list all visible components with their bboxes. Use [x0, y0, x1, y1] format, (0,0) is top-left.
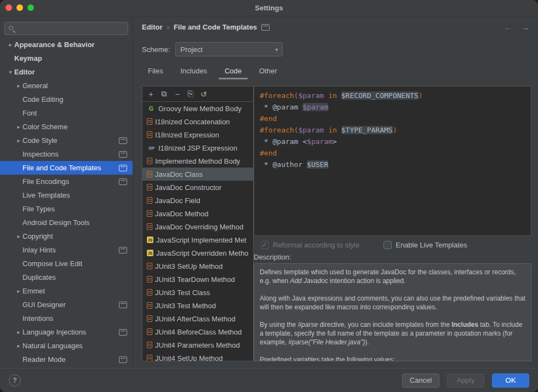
chevron-right-icon[interactable]: ▸ — [15, 137, 22, 143]
titlebar: Settings — [0, 0, 538, 16]
template-item-javadoc-class[interactable]: JavaDoc Class — [142, 168, 253, 181]
tree-item-color-scheme[interactable]: ▸Color Scheme — [0, 120, 133, 134]
apply-button[interactable]: Apply — [447, 373, 484, 388]
tree-item-live-templates[interactable]: Live Templates — [0, 188, 133, 202]
scheme-select[interactable]: Project ▾ — [175, 42, 283, 56]
tree-item-general[interactable]: ▸General — [0, 79, 133, 93]
chevron-right-icon[interactable]: ▸ — [15, 288, 22, 294]
tree-item-gui-designer[interactable]: GUI Designer — [0, 298, 133, 312]
template-item-i18nized-expression[interactable]: I18nized Expression — [142, 128, 253, 141]
template-item-i18nized-jsp-expression[interactable]: JSPI18nized JSP Expression — [142, 141, 253, 154]
template-item-junit4-beforeclass-method[interactable]: JUnit4 BeforeClass Method — [142, 325, 253, 338]
template-item-junit4-setup-method[interactable]: JUnit4 SetUp Method — [142, 351, 253, 361]
tree-item-intentions[interactable]: Intentions — [0, 312, 133, 325]
template-item-junit3-test-method[interactable]: JUnit3 Test Method — [142, 299, 253, 312]
tree-item-label: GUI Designer — [22, 301, 66, 309]
tree-item-editor[interactable]: ▾Editor — [0, 65, 133, 79]
template-item-junit4-parameters-method[interactable]: JUnit4 Parameters Method — [142, 338, 253, 351]
tree-item-reader-mode[interactable]: Reader Mode — [0, 353, 133, 366]
tree-item-appearance-behavior[interactable]: ▸Appearance & Behavior — [0, 38, 133, 51]
tree-item-file-encodings[interactable]: File Encodings — [0, 175, 133, 188]
groovy-file-icon: G — [147, 104, 156, 113]
template-item-junit3-test-class[interactable]: JUnit3 Test Class — [142, 286, 253, 299]
tree-item-inlay-hints[interactable]: Inlay Hints — [0, 243, 133, 257]
checkbox-enable-live-templates[interactable]: Enable Live Templates — [384, 241, 467, 249]
tree-item-code-style[interactable]: ▸Code Style — [0, 134, 133, 147]
template-item-javadoc-constructor[interactable]: JavaDoc Constructor — [142, 181, 253, 194]
copy-icon[interactable]: ⧉ — [158, 88, 170, 100]
screen-icon — [119, 356, 127, 363]
tree-item-compose-live-edit[interactable]: Compose Live Edit — [0, 257, 133, 270]
chevron-right-icon[interactable]: ▸ — [15, 124, 22, 130]
template-item-i18nized-concatenation[interactable]: I18nized Concatenation — [142, 115, 253, 128]
chevron-right-icon[interactable]: ▸ — [15, 83, 22, 89]
template-item-label: JavaDoc Field — [155, 197, 200, 205]
template-item-javadoc-overriding-method[interactable]: JavaDoc Overriding Method — [142, 220, 253, 233]
add-icon[interactable]: + — [145, 88, 157, 100]
checkbox-reformat-according-to-style[interactable]: Reformat according to style — [261, 241, 359, 249]
tree-item-label: General — [22, 82, 48, 90]
template-item-label: JUnit3 Test Method — [155, 302, 216, 310]
tree-item-file-and-code-templates[interactable]: File and Code Templates — [0, 161, 133, 175]
template-item-javadoc-field[interactable]: JavaDoc Field — [142, 194, 253, 207]
tree-item-emmet[interactable]: ▸Emmet — [0, 284, 133, 298]
tab-includes[interactable]: Includes — [174, 64, 213, 79]
chevron-down-icon[interactable]: ▾ — [7, 69, 14, 75]
cancel-button[interactable]: Cancel — [402, 373, 439, 388]
revert-icon[interactable]: ↺ — [198, 88, 209, 100]
tab-code[interactable]: Code — [219, 64, 248, 79]
zoom-button[interactable] — [27, 4, 34, 11]
tab-other[interactable]: Other — [253, 64, 283, 79]
screen-icon — [119, 247, 127, 253]
chevron-right-icon[interactable]: ▸ — [15, 329, 22, 335]
tree-item-file-types[interactable]: File Types — [0, 202, 133, 216]
breadcrumb-parent[interactable]: Editor — [142, 23, 163, 31]
chevron-right-icon[interactable]: ▸ — [15, 233, 22, 239]
template-item-junit3-setup-method[interactable]: JUnit3 SetUp Method — [142, 260, 253, 273]
tree-item-natural-languages[interactable]: ▸Natural Languages — [0, 339, 133, 353]
breadcrumb: Editor › File and Code Templates — [142, 23, 270, 31]
template-item-junit3-teardown-method[interactable]: JUnit3 TearDown Method — [142, 273, 253, 286]
tree-item-label: Font — [22, 109, 37, 117]
search-input[interactable] — [18, 24, 124, 33]
template-item-junit4-afterclass-method[interactable]: JUnit4 AfterClass Method — [142, 312, 253, 325]
chevron-right-icon[interactable]: ▸ — [15, 343, 22, 349]
tree-item-code-editing[interactable]: Code Editing — [0, 93, 133, 106]
tree-item-font[interactable]: Font — [0, 106, 133, 120]
chevron-down-icon: ▾ — [275, 47, 278, 53]
close-button[interactable] — [5, 4, 12, 11]
tree-item-android-design-tools[interactable]: Android Design Tools — [0, 216, 133, 229]
chevron-right-icon[interactable]: ▸ — [7, 42, 14, 48]
forward-button[interactable]: → — [521, 22, 529, 32]
tree-item-label: Inspections — [22, 150, 59, 158]
tree-item-copyright[interactable]: ▸Copyright — [0, 229, 133, 243]
tab-files[interactable]: Files — [142, 64, 169, 79]
template-item-javascript-implemented-met[interactable]: JSJavaScript Implemented Met — [142, 233, 253, 246]
back-button[interactable]: ← — [504, 22, 512, 32]
template-editor[interactable]: #foreach($param in $RECORD_COMPONENTS) *… — [254, 86, 531, 236]
template-item-label: JUnit4 AfterClass Method — [155, 315, 236, 323]
search-box[interactable] — [4, 22, 128, 35]
tree-item-duplicates[interactable]: Duplicates — [0, 270, 133, 284]
template-item-label: JUnit4 SetUp Method — [155, 354, 223, 361]
screen-icon — [119, 165, 127, 171]
template-file-icon — [147, 315, 152, 322]
minimize-button[interactable] — [16, 4, 23, 11]
tree-item-label: Android Design Tools — [22, 218, 90, 227]
tree-item-inspections[interactable]: Inspections — [0, 147, 133, 161]
template-item-implemented-method-body[interactable]: Implemented Method Body — [142, 154, 253, 168]
checkbox-box[interactable] — [384, 241, 392, 249]
template-item-groovy-new-method-body[interactable]: GGroovy New Method Body — [142, 102, 253, 115]
tree-item-keymap[interactable]: Keymap — [0, 51, 133, 65]
duplicate-icon[interactable]: ⎘ — [185, 88, 196, 100]
tree-item-language-injections[interactable]: ▸Language Injections — [0, 325, 133, 339]
template-file-icon — [147, 210, 152, 217]
ok-button[interactable]: OK — [492, 373, 529, 388]
checkbox-box[interactable] — [261, 241, 269, 249]
template-item-javadoc-method[interactable]: JavaDoc Method — [142, 207, 253, 220]
template-item-label: JUnit3 TearDown Method — [155, 275, 235, 284]
screen-icon — [119, 329, 127, 336]
remove-icon[interactable]: − — [171, 88, 183, 100]
help-button[interactable]: ? — [9, 374, 21, 387]
template-item-javascript-overridden-metho[interactable]: JSJavaScript Overridden Metho — [142, 246, 253, 260]
